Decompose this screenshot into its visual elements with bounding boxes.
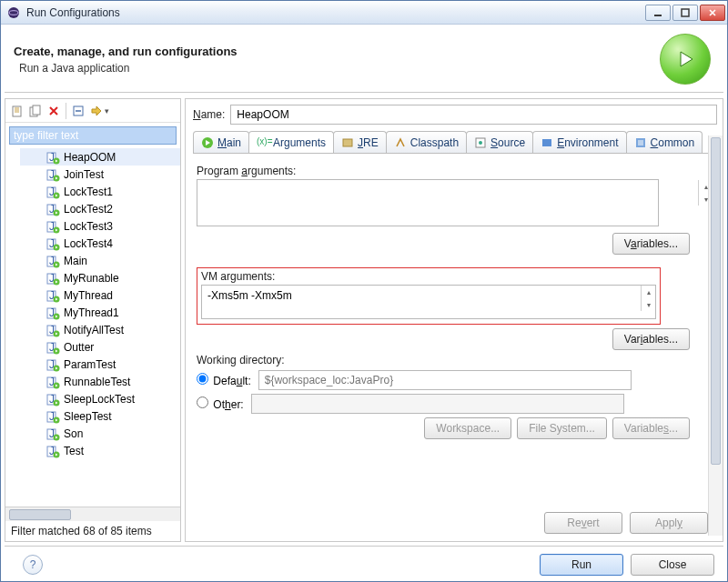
program-args-variables-button[interactable]: Variables... bbox=[612, 233, 690, 255]
java-run-icon: J bbox=[46, 357, 60, 372]
java-run-icon: J bbox=[46, 392, 60, 406]
tree-item-label: ParamTest bbox=[64, 358, 116, 371]
tab-main[interactable]: Main bbox=[193, 131, 249, 153]
tree-item[interactable]: JSleepTest bbox=[20, 407, 180, 425]
tab-environment[interactable]: Environment bbox=[532, 131, 626, 153]
tree-item-label: SleepLockTest bbox=[64, 393, 135, 406]
tab-classpath[interactable]: Classpath bbox=[386, 131, 467, 153]
classpath-tab-icon bbox=[394, 136, 407, 149]
delete-config-icon[interactable] bbox=[46, 103, 62, 119]
tab-jre[interactable]: JRE bbox=[333, 131, 387, 153]
working-dir-label: Working directory: bbox=[197, 354, 713, 366]
wd-other-field bbox=[251, 394, 624, 414]
java-run-icon: J bbox=[46, 254, 60, 268]
tree-item-label: RunnableTest bbox=[64, 376, 130, 388]
tree-item[interactable]: JNotifyAllTest bbox=[20, 321, 180, 338]
tree-item[interactable]: JJoinTest bbox=[20, 166, 180, 183]
java-run-icon: J bbox=[46, 375, 60, 389]
tab-environment-label: Environment bbox=[557, 136, 618, 149]
help-button[interactable]: ? bbox=[23, 555, 43, 575]
tree-item[interactable]: JTest bbox=[20, 442, 180, 459]
java-run-icon: J bbox=[46, 426, 60, 441]
close-window-button[interactable] bbox=[700, 5, 725, 21]
tree-item-label: JoinTest bbox=[64, 168, 104, 181]
tree-item[interactable]: JParamTest bbox=[20, 356, 180, 373]
tree-item[interactable]: JOutter bbox=[20, 338, 180, 356]
java-run-icon: J bbox=[46, 288, 60, 303]
tree-item[interactable]: JLockTest4 bbox=[20, 235, 180, 252]
tab-arguments[interactable]: (x)= Arguments bbox=[248, 131, 334, 153]
vm-args-spinner[interactable]: ▴▾ bbox=[641, 286, 655, 311]
wd-other-radio[interactable] bbox=[197, 396, 208, 408]
apply-button[interactable]: Apply bbox=[630, 512, 708, 534]
tree-item[interactable]: JLockTest3 bbox=[20, 217, 180, 235]
run-button[interactable]: Run bbox=[540, 554, 623, 576]
vm-args-label: VM arguments: bbox=[201, 270, 656, 283]
java-run-icon: J bbox=[46, 236, 60, 251]
filter-menu-icon[interactable] bbox=[88, 103, 105, 119]
tree-item-label: Test bbox=[64, 445, 84, 457]
workspace-button[interactable]: Workspace... bbox=[424, 417, 511, 439]
minimize-button[interactable] bbox=[645, 5, 671, 21]
filter-box bbox=[9, 126, 177, 145]
detail-panel: Name: Main (x)= Arguments JRE bbox=[185, 98, 723, 542]
dialog-body: ▾ JHeapOOMJJoinTestJLockTest1JLockTest2J… bbox=[1, 93, 727, 546]
tab-source[interactable]: Source bbox=[466, 131, 533, 153]
tree-item[interactable]: JMain bbox=[20, 252, 180, 269]
svg-rect-3 bbox=[682, 9, 689, 16]
duplicate-config-icon[interactable] bbox=[27, 103, 44, 119]
name-row: Name: bbox=[193, 105, 717, 125]
wd-default-radio[interactable] bbox=[197, 373, 208, 385]
filesystem-button[interactable]: File System... bbox=[517, 417, 607, 439]
name-input[interactable] bbox=[230, 105, 717, 125]
vm-args-variables-button[interactable]: Variables... bbox=[612, 328, 690, 350]
new-config-icon[interactable] bbox=[9, 103, 25, 119]
main-tab-icon bbox=[201, 136, 214, 149]
tree-item-label: Outter bbox=[64, 341, 94, 354]
collapse-all-icon[interactable] bbox=[70, 103, 86, 119]
tree-item-label: Main bbox=[64, 255, 87, 267]
dialog-footer: ? Run Close bbox=[1, 547, 727, 581]
wd-other-radio-label[interactable]: Other: bbox=[197, 396, 244, 411]
tree-item[interactable]: JMyRunable bbox=[20, 269, 180, 286]
java-run-icon: J bbox=[46, 306, 60, 320]
tree-item[interactable]: JRunnableTest bbox=[20, 373, 180, 390]
revert-apply-row: Revert Apply bbox=[193, 507, 717, 536]
maximize-button[interactable] bbox=[672, 5, 698, 21]
titlebar[interactable]: Run Configurations bbox=[1, 1, 727, 25]
java-run-icon: J bbox=[46, 150, 60, 165]
filter-status: Filter matched 68 of 85 items bbox=[5, 521, 180, 541]
tree-item[interactable]: JLockTest2 bbox=[20, 200, 180, 217]
tree-item-label: SleepTest bbox=[64, 410, 112, 423]
vm-args-textarea[interactable]: -Xms5m -Xmx5m bbox=[201, 285, 656, 319]
tree-item[interactable]: JSleepLockTest bbox=[20, 390, 180, 407]
program-args-textarea[interactable] bbox=[197, 179, 659, 226]
java-run-icon: J bbox=[46, 219, 60, 234]
tree-item[interactable]: JLockTest1 bbox=[20, 183, 180, 200]
revert-button[interactable]: Revert bbox=[544, 512, 622, 534]
tree-item-label: LockTest1 bbox=[64, 186, 113, 198]
tab-common[interactable]: Common bbox=[626, 131, 703, 153]
tree-hscrollbar[interactable] bbox=[5, 507, 180, 521]
close-button[interactable]: Close bbox=[631, 554, 714, 576]
environment-tab-icon bbox=[541, 136, 553, 149]
jre-tab-icon bbox=[341, 136, 354, 149]
tab-main-label: Main bbox=[217, 136, 241, 149]
dropdown-arrow-icon[interactable]: ▾ bbox=[105, 106, 109, 115]
arguments-tab-body: Program arguments: ▴▾ Variables... VM ar… bbox=[193, 154, 717, 507]
program-args-spinner[interactable]: ▴▾ bbox=[698, 180, 713, 206]
tree-item[interactable]: JMyThread1 bbox=[20, 304, 180, 321]
tabbar: Main (x)= Arguments JRE Classpath Source bbox=[193, 130, 717, 154]
wd-variables-button[interactable]: Variables... bbox=[612, 417, 690, 439]
svg-rect-66 bbox=[542, 139, 551, 146]
tree-item[interactable]: JSon bbox=[20, 425, 180, 442]
tree-item[interactable]: JHeapOOM bbox=[20, 148, 180, 166]
wd-default-radio-label[interactable]: Default: bbox=[197, 373, 251, 387]
program-args-label: Program arguments: bbox=[197, 165, 713, 177]
vm-args-highlight: VM arguments: -Xms5m -Xmx5m ▴▾ bbox=[197, 267, 661, 325]
svg-rect-6 bbox=[33, 105, 40, 115]
config-tree[interactable]: JHeapOOMJJoinTestJLockTest1JLockTest2JLo… bbox=[5, 148, 180, 507]
filter-input[interactable] bbox=[9, 126, 177, 145]
tree-item[interactable]: JMyThread bbox=[20, 286, 180, 304]
tree-item-label: MyRunable bbox=[64, 272, 119, 285]
